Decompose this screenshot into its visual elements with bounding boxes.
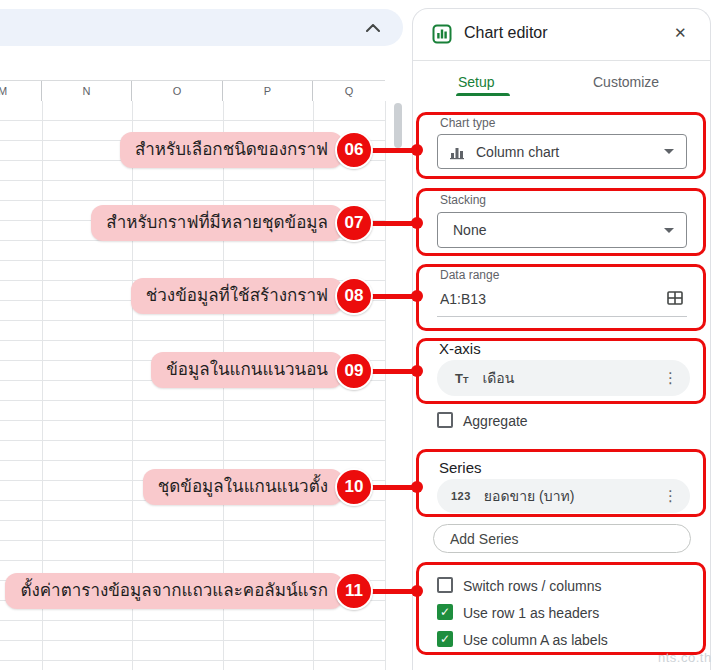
column-header-o[interactable]: O xyxy=(132,81,223,101)
data-range-label: Data range xyxy=(440,268,499,282)
callout-10-badge: 10 xyxy=(335,468,373,506)
dropdown-caret-icon xyxy=(664,149,674,154)
watermark: nts.co.th xyxy=(658,650,712,665)
tab-customize[interactable]: Customize xyxy=(593,74,659,90)
column-header-n[interactable]: N xyxy=(42,81,132,101)
callout-09-badge: 09 xyxy=(335,352,373,390)
callout-09-text: ข้อมูลในแกนแนวนอน xyxy=(151,352,343,388)
column-header-m[interactable]: M xyxy=(0,81,42,101)
use-row1-headers-label: Use row 1 as headers xyxy=(463,605,599,621)
text-type-icon: TT xyxy=(455,371,468,386)
close-icon[interactable]: ✕ xyxy=(674,24,687,42)
panel-divider xyxy=(413,60,710,61)
connector-dot xyxy=(411,365,423,377)
column-header-p[interactable]: P xyxy=(223,81,313,101)
screenshot-root: M N O P Q Chart editor ✕ Setup Customize… xyxy=(0,0,720,670)
column-header-row: M N O P Q xyxy=(0,80,385,102)
use-row1-headers-checkbox[interactable]: ✓ xyxy=(437,604,453,620)
connector-dot xyxy=(411,585,423,597)
chart-editor-icon xyxy=(432,24,452,44)
callout-06-badge: 06 xyxy=(335,131,373,169)
add-series-button[interactable]: Add Series xyxy=(433,524,691,553)
callout-07-badge: 07 xyxy=(335,204,373,242)
select-data-range-icon[interactable] xyxy=(666,289,684,307)
active-tab-underline xyxy=(456,93,510,96)
chart-type-label: Chart type xyxy=(440,116,495,130)
vertical-scrollbar[interactable] xyxy=(394,103,402,148)
connector-dot xyxy=(411,481,423,493)
more-options-icon[interactable]: ⋮ xyxy=(663,487,678,505)
chart-editor-panel xyxy=(412,8,711,670)
x-axis-label: X-axis xyxy=(439,340,481,357)
stacking-label: Stacking xyxy=(440,193,486,207)
use-columnA-labels-checkbox[interactable]: ✓ xyxy=(437,631,453,647)
x-axis-chip-value: เดือน xyxy=(482,367,514,389)
stacking-dropdown[interactable]: None xyxy=(437,212,687,248)
chart-type-dropdown[interactable]: Column chart xyxy=(437,134,687,169)
aggregate-checkbox[interactable] xyxy=(437,412,453,428)
callout-11-text: ตั้งค่าตารางข้อมูลจากแถวและคอลัมน์แรก xyxy=(5,573,343,609)
data-range-input[interactable]: A1:B13 xyxy=(440,291,486,307)
sheets-toolbar-collapsed xyxy=(0,9,403,46)
data-range-underline xyxy=(437,316,687,317)
tab-setup[interactable]: Setup xyxy=(458,74,495,90)
series-chip-value: ยอดขาย (บาท) xyxy=(484,485,575,507)
dropdown-caret-icon xyxy=(664,228,674,233)
callout-08-badge: 08 xyxy=(335,277,373,315)
callout-08-text: ช่วงข้อมูลที่ใช้สร้างกราฟ xyxy=(131,278,343,314)
callout-06-text: สำหรับเลือกชนิดของกราฟ xyxy=(120,132,343,168)
switch-rows-columns-label: Switch rows / columns xyxy=(463,578,601,594)
x-axis-chip[interactable]: TT เดือน ⋮ xyxy=(437,360,690,396)
series-label: Series xyxy=(439,459,482,476)
add-series-label: Add Series xyxy=(450,531,518,547)
column-header-q[interactable]: Q xyxy=(313,81,385,101)
toolbar-collapse-button[interactable] xyxy=(363,18,383,38)
connector-dot xyxy=(411,144,423,156)
use-columnA-labels-label: Use column A as labels xyxy=(463,632,608,648)
chart-type-value: Column chart xyxy=(476,144,559,160)
gridline xyxy=(385,101,386,670)
number-type-icon: 123 xyxy=(451,490,471,502)
aggregate-label: Aggregate xyxy=(463,413,528,429)
column-chart-icon xyxy=(450,144,466,160)
chevron-up-icon xyxy=(366,24,380,32)
callout-07-text: สำหรับกราฟที่มีหลายชุดข้อมูล xyxy=(91,205,343,241)
series-chip[interactable]: 123 ยอดขาย (บาท) ⋮ xyxy=(437,479,690,513)
more-options-icon[interactable]: ⋮ xyxy=(663,369,678,387)
connector-dot xyxy=(411,217,423,229)
callout-11-badge: 11 xyxy=(335,572,373,610)
callout-10-text: ชุดข้อมูลในแกนแนวตั้ง xyxy=(143,469,343,505)
connector-dot xyxy=(411,290,423,302)
stacking-value: None xyxy=(453,222,486,238)
switch-rows-columns-checkbox[interactable] xyxy=(437,577,453,593)
panel-title: Chart editor xyxy=(464,24,548,42)
